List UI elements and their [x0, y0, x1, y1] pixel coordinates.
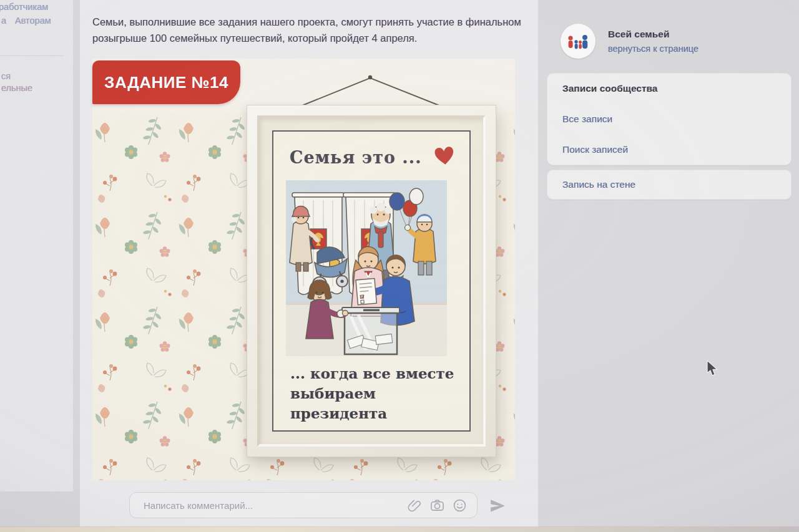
hanging-wire — [298, 74, 443, 107]
camera-icon[interactable] — [430, 498, 444, 513]
right-sidebar: Всей семьей вернуться к странице Записи … — [538, 0, 799, 532]
task-badge-label: ЗАДАНИЕ №14 — [104, 73, 228, 92]
vk-wall-page: работчикам а Авторам ся ельные Семьи, вы… — [0, 0, 799, 532]
caption-line: выбираем — [290, 384, 454, 404]
menu-item-post-on-wall[interactable]: Запись на стене — [547, 170, 791, 199]
wall-menu-card: Записи сообщества Все записи Поиск запис… — [547, 73, 792, 165]
task-badge: ЗАДАНИЕ №14 — [92, 60, 240, 104]
wall-post-card: Запись на стене — [547, 170, 792, 200]
poster-caption: ... когда все вместе выбираем президента — [290, 364, 454, 423]
screen-bottom-edge — [0, 527, 799, 532]
red-heart-icon — [432, 144, 456, 168]
nav-link-partial-1[interactable]: ся — [1, 71, 11, 81]
nav-link-partial-2[interactable]: ельные — [1, 83, 32, 93]
left-nav-rail: работчикам а Авторам ся ельные — [0, 0, 74, 491]
post-text: Семьи, выполнившие все задания нашего пр… — [92, 14, 524, 46]
frame-mat: Семья это ... — [257, 115, 486, 447]
page-content: работчикам а Авторам ся ельные Семьи, вы… — [0, 0, 799, 532]
comment-attachment-icons — [408, 498, 467, 513]
comment-text-field[interactable] — [144, 500, 408, 511]
poster-title: Семья это ... — [290, 148, 422, 167]
menu-item-community-posts[interactable]: Записи сообщества — [547, 74, 791, 104]
nav-link-authors[interactable]: Авторам — [15, 16, 51, 26]
caption-line: президента — [290, 404, 454, 423]
community-name[interactable]: Всей семьей — [608, 29, 699, 40]
menu-item-all-posts[interactable]: Все записи — [547, 104, 791, 135]
post-modal: Семьи, выполнившие все задания нашего пр… — [80, 0, 538, 527]
nav-link-developers[interactable]: работчикам — [0, 2, 48, 12]
mouse-cursor — [705, 360, 719, 377]
caption-line: ... когда все вместе — [290, 364, 454, 384]
picture-frame: Семья это ... — [247, 105, 496, 457]
post-image[interactable]: ЗАДАНИЕ №14 Семья это ... — [92, 59, 515, 480]
family-voting-illustration — [286, 180, 447, 356]
comment-input[interactable] — [129, 492, 478, 518]
community-titles: Всей семьей вернуться к странице — [608, 29, 699, 54]
family-logo-icon — [566, 29, 591, 54]
rail-divider — [0, 56, 64, 56]
smiley-icon[interactable] — [453, 498, 467, 513]
poster: Семья это ... — [272, 130, 471, 432]
nav-link-fragment: а — [1, 16, 6, 26]
back-to-page-link[interactable]: вернуться к странице — [608, 44, 699, 54]
community-header: Всей семьей вернуться к странице — [561, 24, 699, 59]
menu-item-search-posts[interactable]: Поиск записей — [547, 134, 791, 165]
community-avatar[interactable] — [561, 24, 596, 59]
paperclip-icon[interactable] — [408, 498, 422, 513]
send-arrow-icon[interactable] — [489, 498, 506, 514]
